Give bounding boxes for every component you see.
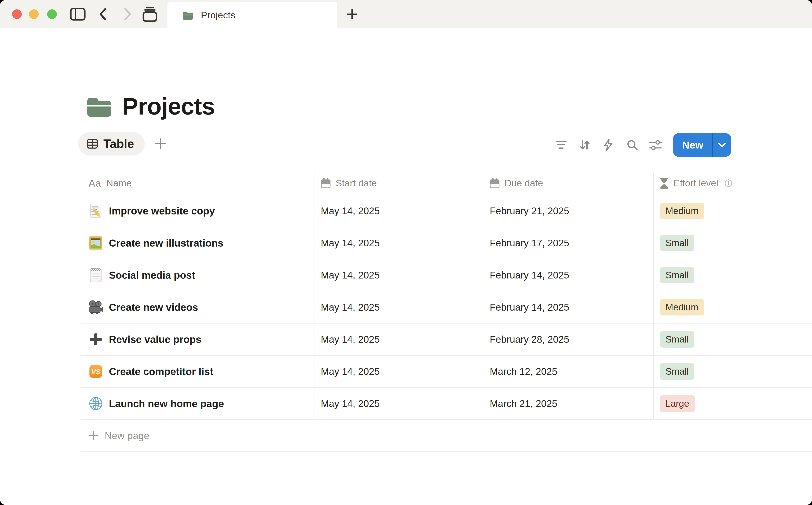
plus-icon bbox=[347, 9, 358, 20]
cell-due-date[interactable]: March 12, 2025 bbox=[484, 356, 654, 387]
column-header-name[interactable]: Aa Name bbox=[82, 172, 314, 195]
cell-due-date[interactable]: February 21, 2025 bbox=[484, 195, 654, 227]
search-icon bbox=[626, 139, 638, 151]
sidebar-toggle-button[interactable] bbox=[70, 7, 86, 21]
tab-stack-button[interactable] bbox=[140, 6, 159, 22]
minimize-window-button[interactable] bbox=[29, 9, 39, 19]
cell-effort-level[interactable]: Small bbox=[654, 356, 812, 387]
back-button[interactable] bbox=[96, 7, 110, 21]
column-label: Start date bbox=[335, 178, 377, 189]
cell-effort-level[interactable]: Medium bbox=[654, 195, 812, 227]
cell-name[interactable]: Create new illustrations bbox=[82, 227, 314, 259]
filter-button[interactable] bbox=[554, 139, 568, 151]
table-row[interactable]: Social media post May 14, 2025 February … bbox=[82, 259, 812, 291]
cell-start-date[interactable]: May 14, 2025 bbox=[314, 388, 484, 419]
zoom-window-button[interactable] bbox=[47, 9, 57, 19]
cell-due-date[interactable]: March 21, 2025 bbox=[484, 388, 654, 419]
tab-projects[interactable]: Projects bbox=[167, 2, 337, 28]
cell-start-date[interactable]: May 14, 2025 bbox=[314, 195, 484, 227]
search-button[interactable] bbox=[626, 138, 639, 152]
new-button-label[interactable]: New bbox=[673, 133, 712, 157]
table-row[interactable]: VS Create competitor list May 14, 2025 M… bbox=[82, 356, 812, 388]
cell-due-date[interactable]: February 14, 2025 bbox=[484, 291, 654, 323]
view-settings-button[interactable] bbox=[648, 139, 663, 151]
table-row[interactable]: Improve website copy May 14, 2025 Februa… bbox=[82, 195, 812, 227]
globe-icon bbox=[88, 396, 103, 411]
cell-due-date[interactable]: February 28, 2025 bbox=[484, 324, 654, 355]
plus-icon bbox=[155, 138, 166, 149]
column-label: Due date bbox=[505, 178, 543, 189]
new-button[interactable]: New bbox=[673, 133, 731, 157]
cell-name[interactable]: Create new videos bbox=[82, 291, 314, 323]
view-tab-table[interactable]: Table bbox=[78, 132, 145, 156]
info-icon bbox=[724, 179, 733, 187]
cell-effort-level[interactable]: Large bbox=[654, 388, 812, 419]
cell-effort-level[interactable]: Small bbox=[654, 324, 812, 355]
cell-effort-level[interactable]: Medium bbox=[654, 291, 812, 323]
page-title[interactable]: Projects bbox=[122, 93, 215, 120]
memo-icon bbox=[88, 203, 103, 218]
green-folder-icon bbox=[183, 11, 193, 20]
cell-name[interactable]: Improve website copy bbox=[82, 195, 314, 227]
page-name: Launch new home page bbox=[109, 398, 224, 409]
column-header-start-date[interactable]: Start date bbox=[314, 172, 484, 195]
close-window-button[interactable] bbox=[12, 9, 22, 19]
calendar-icon bbox=[490, 178, 500, 188]
sliders-icon bbox=[649, 140, 662, 151]
cell-effort-level[interactable]: Small bbox=[654, 227, 812, 259]
effort-badge: Small bbox=[660, 363, 694, 379]
column-header-effort-level[interactable]: Effort level bbox=[654, 172, 812, 195]
cell-start-date[interactable]: May 14, 2025 bbox=[314, 324, 484, 355]
cell-start-date[interactable]: May 14, 2025 bbox=[314, 259, 484, 291]
page-name: Improve website copy bbox=[109, 205, 215, 217]
start-date-value: May 14, 2025 bbox=[321, 205, 380, 216]
column-header-due-date[interactable]: Due date bbox=[484, 172, 654, 195]
new-button-dropdown[interactable] bbox=[713, 133, 731, 157]
table-row[interactable]: Launch new home page May 14, 2025 March … bbox=[82, 388, 812, 420]
framed-picture-icon bbox=[88, 235, 103, 250]
table-row[interactable]: Create new videos May 14, 2025 February … bbox=[82, 291, 812, 324]
due-date-value: March 12, 2025 bbox=[490, 366, 557, 377]
cell-due-date[interactable]: February 17, 2025 bbox=[484, 227, 654, 259]
vs-badge-icon: VS bbox=[88, 364, 103, 379]
table-row[interactable]: Revise value props May 14, 2025 February… bbox=[82, 324, 812, 356]
new-page-button[interactable]: New page bbox=[82, 420, 812, 452]
new-tab-button[interactable] bbox=[345, 8, 360, 21]
cell-name[interactable]: VS Create competitor list bbox=[82, 356, 314, 387]
tab-title: Projects bbox=[201, 10, 235, 21]
add-view-button[interactable] bbox=[153, 136, 168, 151]
cell-effort-level[interactable]: Small bbox=[654, 259, 812, 291]
table-row[interactable]: Create new illustrations May 14, 2025 Fe… bbox=[82, 227, 812, 259]
effort-badge: Small bbox=[660, 331, 694, 347]
cell-name[interactable]: Social media post bbox=[82, 259, 314, 291]
page-name: Create competitor list bbox=[109, 366, 213, 377]
cell-name[interactable]: Revise value props bbox=[82, 324, 314, 355]
cell-start-date[interactable]: May 14, 2025 bbox=[314, 291, 484, 323]
column-label: Name bbox=[106, 178, 132, 189]
effort-badge: Large bbox=[660, 395, 695, 411]
cell-due-date[interactable]: February 14, 2025 bbox=[484, 259, 654, 291]
heavy-plus-icon bbox=[88, 332, 103, 347]
chevron-left-icon bbox=[98, 8, 108, 21]
sort-icon bbox=[578, 138, 591, 152]
cell-start-date[interactable]: May 14, 2025 bbox=[314, 356, 484, 387]
spiral-notepad-icon bbox=[88, 268, 103, 283]
effort-badge: Small bbox=[660, 267, 694, 283]
filter-icon bbox=[555, 139, 567, 151]
start-date-value: May 14, 2025 bbox=[321, 366, 380, 377]
page-name: Create new illustrations bbox=[109, 237, 223, 249]
tab-bar: Projects bbox=[0, 0, 812, 28]
chevron-right-icon bbox=[123, 8, 132, 21]
tab-stack-icon bbox=[142, 6, 158, 22]
due-date-value: February 28, 2025 bbox=[490, 334, 569, 345]
table-view-icon bbox=[87, 138, 98, 149]
svg-text:VS: VS bbox=[91, 368, 101, 375]
forward-button[interactable] bbox=[120, 7, 135, 21]
page-icon-folder[interactable] bbox=[87, 96, 111, 118]
sort-button[interactable] bbox=[578, 138, 592, 152]
projects-table: Aa Name Start date Due d bbox=[82, 172, 812, 452]
cell-start-date[interactable]: May 14, 2025 bbox=[314, 227, 484, 259]
cell-name[interactable]: Launch new home page bbox=[82, 388, 314, 419]
start-date-value: May 14, 2025 bbox=[321, 302, 380, 313]
automations-button[interactable] bbox=[602, 138, 615, 152]
